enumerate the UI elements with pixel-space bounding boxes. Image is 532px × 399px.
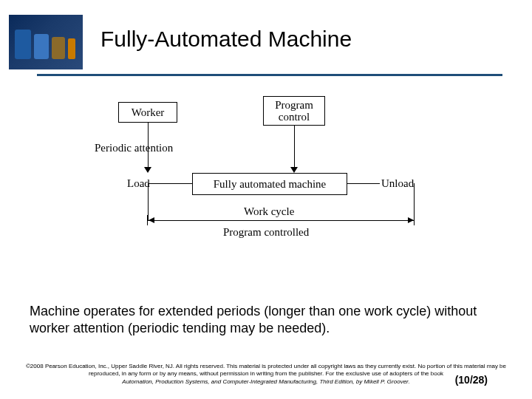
cycle-left-tick [148, 183, 149, 220]
book-citation: Automation, Production Systems, and Comp… [22, 378, 510, 386]
copyright-text: ©2008 Pearson Education, Inc., Upper Sad… [22, 363, 510, 378]
unload-connector [347, 183, 380, 184]
load-label: Load [127, 177, 150, 190]
program-arrow-head [290, 167, 298, 173]
work-cycle-label: Work cycle [244, 205, 294, 218]
cycle-right-arrow [408, 217, 414, 223]
machine-box: Fully automated machine [192, 173, 347, 195]
periodic-attention-label: Periodic attention [95, 142, 173, 154]
worker-box: Worker [118, 102, 177, 123]
worker-arrow-head [144, 167, 151, 173]
footer: ©2008 Pearson Education, Inc., Upper Sad… [0, 363, 532, 386]
cycle-right-stop [414, 215, 415, 225]
load-connector [148, 183, 192, 184]
thumbnail-image [9, 15, 83, 69]
title-rule [37, 74, 502, 76]
description-text: Machine operates for extended periods (l… [30, 303, 502, 336]
cycle-dimension-line [148, 220, 414, 221]
program-control-box: Program control [263, 96, 325, 126]
diagram: Worker Program control Periodic attentio… [0, 89, 532, 273]
unload-label: Unload [381, 177, 414, 190]
slide-title: Fully-Automated Machine [100, 27, 352, 52]
page-counter: (10/28) [455, 374, 488, 386]
program-controlled-label: Program controlled [223, 226, 309, 239]
program-arrow-line [294, 126, 295, 168]
